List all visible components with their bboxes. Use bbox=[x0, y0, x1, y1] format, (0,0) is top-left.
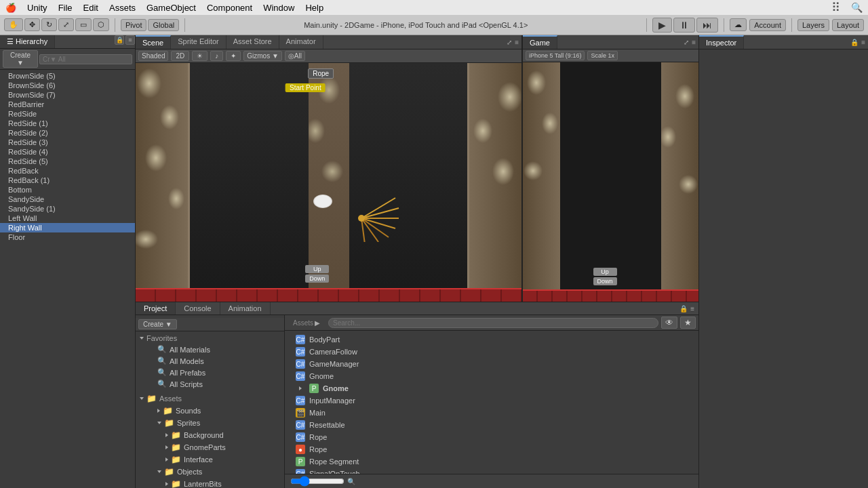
sidebar-item-sprites[interactable]: 📁 Sprites bbox=[136, 417, 284, 429]
list-item[interactable]: RedBack (1) bbox=[0, 176, 135, 185]
sidebar-item-all-materials[interactable]: 🔍 All Materials bbox=[136, 344, 284, 355]
sidebar-item-lantern-bits[interactable]: 📁 LanternBits bbox=[136, 478, 284, 488]
asset-item-bodypart[interactable]: C# BodyPart bbox=[285, 333, 698, 346]
play-button[interactable]: ▶ bbox=[652, 18, 672, 33]
list-item[interactable]: BrownSide (7) bbox=[0, 90, 135, 100]
inspector-lock-icon[interactable]: 🔒 bbox=[850, 39, 859, 46]
scene-maximize-icon[interactable]: ⤢ bbox=[507, 39, 512, 46]
lights-button[interactable]: ☀ bbox=[192, 51, 208, 61]
pause-button[interactable]: ⏸ bbox=[673, 18, 695, 33]
asset-item-inputmanager[interactable]: C# InputManager bbox=[285, 394, 698, 407]
move-tool[interactable]: ✥ bbox=[24, 18, 40, 31]
tab-animator[interactable]: Animator bbox=[279, 35, 323, 49]
cloud-button[interactable]: ☁ bbox=[730, 18, 747, 31]
list-item[interactable]: RedSide (3) bbox=[0, 138, 135, 147]
menu-unity[interactable]: Unity bbox=[27, 3, 47, 13]
list-item[interactable]: SandySide (1) bbox=[0, 204, 135, 214]
list-item[interactable]: RedSide (4) bbox=[0, 147, 135, 157]
bottom-lock-icon[interactable]: 🔒 bbox=[679, 305, 688, 312]
bottom-more-icon[interactable]: ≡ bbox=[690, 305, 694, 312]
multi-tool[interactable]: ⬡ bbox=[93, 18, 109, 31]
sidebar-item-all-models[interactable]: 🔍 All Models bbox=[136, 355, 284, 367]
zoom-slider[interactable] bbox=[290, 476, 344, 487]
game-canvas[interactable]: Up Down bbox=[523, 62, 698, 302]
project-create-button[interactable]: Create ▼ bbox=[138, 319, 177, 329]
tab-sprite-editor[interactable]: Sprite Editor bbox=[171, 35, 226, 49]
list-item-right-wall[interactable]: Right Wall bbox=[0, 223, 135, 232]
star-icon[interactable]: ★ bbox=[680, 317, 696, 329]
hand-tool[interactable]: ✋ bbox=[4, 18, 23, 31]
inspector-more-icon[interactable]: ≡ bbox=[861, 39, 865, 46]
asset-item-main[interactable]: 🎬 Main bbox=[285, 407, 698, 419]
list-item[interactable]: RedSide (1) bbox=[0, 119, 135, 128]
search-icon[interactable]: 🔍 bbox=[851, 2, 863, 13]
layers-button[interactable]: Layers bbox=[797, 19, 829, 31]
asset-item-signalontouch[interactable]: C# SignalOnTouch bbox=[285, 468, 698, 474]
hierarchy-search-input[interactable] bbox=[39, 54, 132, 64]
device-dropdown[interactable]: iPhone 5 Tall (9:16) bbox=[526, 51, 585, 60]
game-maximize-icon[interactable]: ⤢ bbox=[684, 39, 689, 46]
game-more-icon[interactable]: ≡ bbox=[692, 39, 696, 46]
asset-item-gnome-script[interactable]: C# Gnome bbox=[285, 370, 698, 382]
step-button[interactable]: ⏭ bbox=[696, 18, 718, 33]
list-item[interactable]: RedBack bbox=[0, 166, 135, 176]
list-item[interactable]: Floor bbox=[0, 232, 135, 242]
sidebar-item-interface[interactable]: 📁 Interface bbox=[136, 453, 284, 466]
asset-item-camerafollow[interactable]: C# CameraFollow bbox=[285, 346, 698, 358]
tab-hierarchy[interactable]: ☰ Hierarchy bbox=[0, 35, 55, 48]
list-item[interactable]: RedSide (5) bbox=[0, 157, 135, 166]
scene-more-icon[interactable]: ≡ bbox=[515, 39, 519, 46]
list-item[interactable]: SandySide bbox=[0, 195, 135, 204]
menu-help[interactable]: Help bbox=[305, 3, 323, 13]
tab-console[interactable]: Console bbox=[176, 302, 220, 314]
list-item[interactable]: Left Wall bbox=[0, 214, 135, 223]
list-item[interactable]: RedBarrier bbox=[0, 100, 135, 109]
hierarchy-create-button[interactable]: Create ▼ bbox=[3, 50, 38, 68]
audio-button[interactable]: ♪ bbox=[210, 51, 223, 61]
list-item[interactable]: RedSide bbox=[0, 109, 135, 119]
tab-animation[interactable]: Animation bbox=[220, 302, 271, 314]
scale-dropdown[interactable]: Scale 1x bbox=[587, 51, 618, 60]
effects-button[interactable]: ✦ bbox=[226, 51, 241, 61]
2d-button[interactable]: 2D bbox=[171, 51, 189, 61]
lock-icon[interactable]: 🔒 bbox=[115, 35, 124, 45]
all-filter[interactable]: ◎All bbox=[285, 51, 305, 61]
sidebar-item-sounds[interactable]: 📁 Sounds bbox=[136, 405, 284, 417]
assets-search-input[interactable] bbox=[328, 318, 658, 328]
tab-asset-store[interactable]: Asset Store bbox=[226, 35, 279, 49]
sidebar-item-background[interactable]: 📁 Background bbox=[136, 429, 284, 441]
menu-edit[interactable]: Edit bbox=[83, 3, 98, 13]
menu-file[interactable]: File bbox=[58, 3, 73, 13]
tab-game[interactable]: Game bbox=[523, 35, 557, 49]
gizmos-dropdown[interactable]: Gizmos ▼ bbox=[243, 51, 282, 61]
menu-component[interactable]: Component bbox=[207, 3, 252, 13]
assets-header[interactable]: 📁 Assets bbox=[136, 392, 284, 405]
layout-button[interactable]: Layout bbox=[832, 19, 864, 31]
eye-icon[interactable]: 👁 bbox=[661, 317, 677, 329]
shaded-dropdown[interactable]: Shaded bbox=[138, 51, 168, 61]
more-icon[interactable]: ≡ bbox=[125, 35, 135, 45]
list-item[interactable]: BrownSide (5) bbox=[0, 71, 135, 81]
global-button[interactable]: Global bbox=[148, 19, 179, 31]
sidebar-item-gnome-parts[interactable]: 📁 GnomeParts bbox=[136, 441, 284, 453]
sidebar-item-all-prefabs[interactable]: 🔍 All Prefabs bbox=[136, 367, 284, 378]
asset-item-rope-segment[interactable]: P Rope Segment bbox=[285, 455, 698, 468]
list-item[interactable]: BrownSide (6) bbox=[0, 81, 135, 90]
asset-item-rope-prefab[interactable]: ● Rope bbox=[285, 443, 698, 455]
sidebar-item-objects[interactable]: 📁 Objects bbox=[136, 466, 284, 478]
tab-scene[interactable]: Scene bbox=[136, 35, 171, 49]
favorites-header[interactable]: Favorites bbox=[136, 333, 284, 344]
asset-item-resettable[interactable]: C# Resettable bbox=[285, 419, 698, 431]
rect-tool[interactable]: ▭ bbox=[75, 18, 92, 31]
tab-project[interactable]: Project bbox=[136, 302, 176, 314]
scale-tool[interactable]: ⤢ bbox=[58, 18, 74, 31]
menu-assets[interactable]: Assets bbox=[109, 3, 136, 13]
menu-window[interactable]: Window bbox=[263, 3, 294, 13]
tab-inspector[interactable]: Inspector bbox=[699, 35, 744, 49]
apple-menu[interactable]: 🍎 bbox=[5, 3, 16, 13]
list-item[interactable]: RedSide (2) bbox=[0, 128, 135, 138]
account-button[interactable]: Account bbox=[749, 19, 786, 31]
asset-item-gnome-prefab[interactable]: P Gnome bbox=[285, 382, 698, 394]
asset-item-rope-script[interactable]: C# Rope bbox=[285, 431, 698, 443]
pivot-button[interactable]: Pivot bbox=[121, 19, 146, 31]
